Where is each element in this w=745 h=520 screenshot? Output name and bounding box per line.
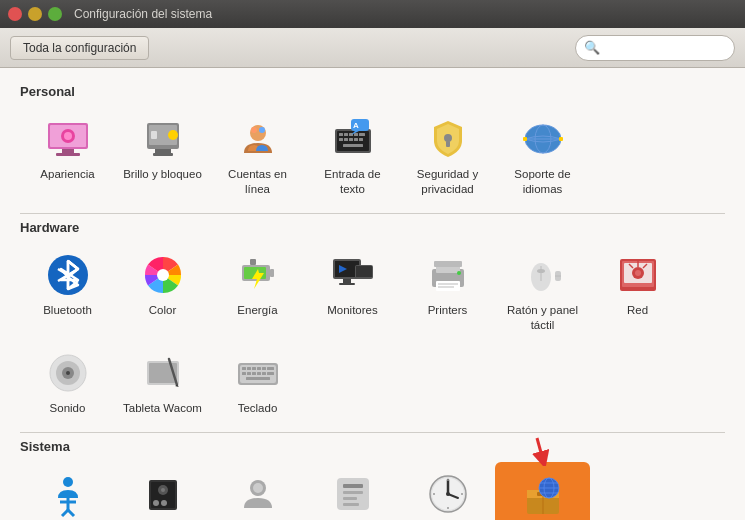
entrada-label: Entrada de texto [311,167,394,197]
hardware-grid: Bluetooth [20,243,725,424]
brillo-label: Brillo y bloqueo [123,167,202,182]
item-soporte[interactable]: Soporte de idiomas [495,107,590,205]
section-hardware-title: Hardware [20,220,725,235]
svg-rect-63 [438,286,454,288]
fecha-icon [424,470,472,518]
item-acceso[interactable]: Acceso universal [20,462,115,520]
svg-rect-97 [247,372,251,375]
svg-point-47 [157,269,169,281]
personal-grid: Apariencia Brillo y bloqueo [20,107,725,205]
svg-point-82 [66,371,70,375]
section-personal: Personal Apariencia [20,84,725,205]
raton-icon [519,251,567,299]
svg-rect-51 [250,259,256,265]
software-icon [519,470,567,518]
item-monitores[interactable]: Monitores [305,243,400,341]
svg-point-31 [444,134,452,142]
svg-rect-117 [343,484,363,488]
svg-rect-20 [354,133,358,136]
item-raton[interactable]: Ratón y panel táctil [495,243,590,341]
svg-rect-119 [343,497,357,500]
item-color[interactable]: Color [115,243,210,341]
svg-rect-95 [267,367,274,370]
minimize-button[interactable] [28,7,42,21]
svg-rect-96 [242,372,246,375]
svg-rect-27 [343,144,363,147]
search-input[interactable] [604,41,726,55]
svg-rect-118 [343,491,363,494]
svg-point-113 [161,488,165,492]
cuentas-label: Cuentas en línea [216,167,299,197]
svg-rect-24 [349,138,353,141]
item-detalles[interactable]: Detalles [305,462,400,520]
svg-rect-26 [359,138,363,141]
svg-line-107 [68,510,74,516]
entrada-icon: A [329,115,377,163]
section-personal-title: Personal [20,84,725,99]
svg-rect-23 [344,138,348,141]
red-icon [614,251,662,299]
item-sonido[interactable]: Sonido [20,341,115,424]
svg-point-103 [63,477,73,487]
svg-point-14 [259,127,265,133]
svg-rect-3 [56,153,80,156]
svg-rect-2 [62,149,74,153]
svg-point-64 [457,271,461,275]
svg-marker-87 [175,385,179,387]
section-hardware: Hardware [20,220,725,424]
svg-point-125 [446,492,450,496]
svg-point-115 [253,483,263,493]
printers-label: Printers [428,303,468,318]
svg-rect-111 [161,500,167,506]
item-fecha[interactable]: Fecha y hora [400,462,495,520]
item-copias[interactable]: Copias de seguridad [115,462,210,520]
item-brillo[interactable]: Brillo y bloqueo [115,107,210,205]
raton-label: Ratón y panel táctil [501,303,584,333]
section-sistema-title: Sistema [20,439,725,454]
svg-rect-25 [354,138,358,141]
color-icon [139,251,187,299]
item-seguridad[interactable]: Seguridad y privacidad [400,107,495,205]
maximize-button[interactable] [48,7,62,21]
item-energia[interactable]: Energía [210,243,305,341]
section-sistema: Sistema Acceso universal [20,439,725,520]
item-tableta[interactable]: Tableta Wacom [115,341,210,424]
cuentas-usuario-icon [234,470,282,518]
monitores-icon [329,251,377,299]
window: Configuración del sistema Toda la config… [0,0,745,520]
energia-icon [234,251,282,299]
breadcrumb-button[interactable]: Toda la configuración [10,36,149,60]
tableta-label: Tableta Wacom [123,401,202,416]
item-cuentas-usuario[interactable]: Cuentas de usuario [210,462,305,520]
item-entrada[interactable]: A Entrada de texto [305,107,400,205]
svg-rect-93 [257,367,261,370]
toolbar: Toda la configuración 🔍 [0,28,745,68]
svg-rect-49 [270,269,274,277]
svg-rect-58 [356,266,372,277]
seguridad-icon [424,115,472,163]
svg-rect-21 [359,133,365,136]
svg-rect-99 [257,372,261,375]
item-teclado[interactable]: Teclado [210,341,305,424]
monitores-label: Monitores [327,303,378,318]
svg-rect-90 [242,367,246,370]
item-bluetooth[interactable]: Bluetooth [20,243,115,341]
item-printers[interactable]: Printers [400,243,495,341]
svg-point-68 [537,269,545,273]
sonido-icon [44,349,92,397]
divider-hardware-sistema [20,432,725,433]
teclado-label: Teclado [238,401,278,416]
svg-rect-110 [153,500,159,506]
item-apariencia[interactable]: Apariencia [20,107,115,205]
item-cuentas[interactable]: Cuentas en línea [210,107,305,205]
close-button[interactable] [8,7,22,21]
window-title: Configuración del sistema [74,7,212,21]
svg-point-12 [250,125,266,141]
item-red[interactable]: Red [590,243,685,341]
svg-rect-9 [153,153,173,156]
svg-rect-65 [434,261,462,267]
svg-rect-120 [343,503,359,506]
cuentas-icon [234,115,282,163]
energia-label: Energía [237,303,277,318]
item-software[interactable]: Software y actualizacione [495,462,590,520]
